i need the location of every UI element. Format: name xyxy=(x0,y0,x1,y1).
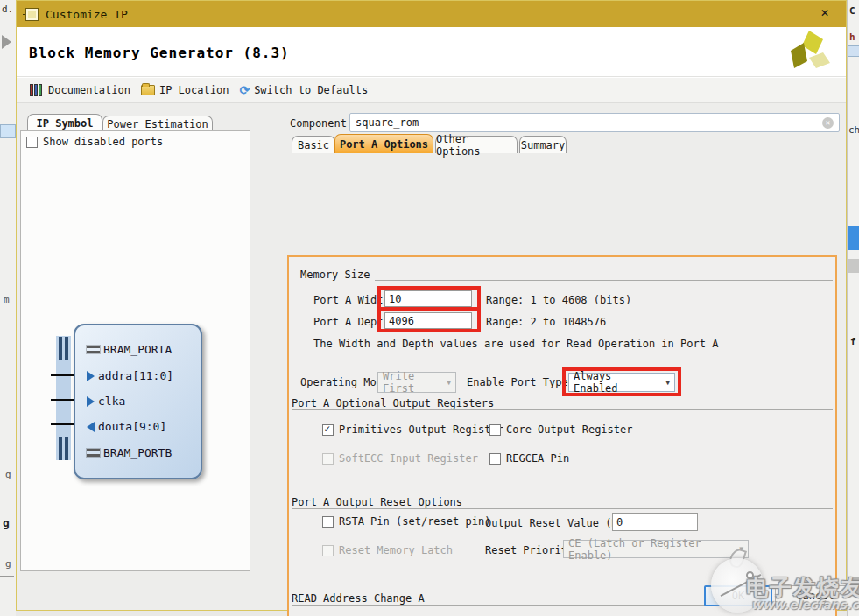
background-left-sliver: d. m g g g xyxy=(0,0,16,616)
section-rule xyxy=(292,410,833,410)
port-a-width-range: Range: 1 to 4608 (bits) xyxy=(486,294,631,306)
chevron-down-icon: ▼ xyxy=(734,545,743,553)
rsta-pin-checkbox[interactable]: RSTA Pin (set/reset pin) xyxy=(322,515,490,528)
ip-location-button[interactable]: IP Location xyxy=(138,82,231,98)
background-fragment xyxy=(848,259,859,273)
tab-summary-label: Summary xyxy=(521,139,566,151)
rsta-pin-label: RSTA Pin (set/reset pin) xyxy=(339,515,490,528)
page-title: Block Memory Generator (8.3) xyxy=(29,45,290,61)
documentation-button[interactable]: Documentation xyxy=(27,82,133,98)
bus-pin-icon xyxy=(59,337,62,360)
bram-portb-label: BRAM_PORTB xyxy=(103,446,172,459)
bus-pin-icon xyxy=(65,337,68,360)
tab-summary[interactable]: Summary xyxy=(519,136,567,153)
tab-other-options[interactable]: Other Options xyxy=(435,136,518,153)
reset-priority-label: Reset Priority xyxy=(485,544,574,556)
close-icon[interactable]: ✕ xyxy=(816,4,834,20)
section-reset-options: Port A Output Reset Options xyxy=(292,496,468,508)
tab-other-options-label: Other Options xyxy=(436,133,517,158)
checkbox-disabled-icon xyxy=(322,545,334,556)
port-row-douta: douta[9:0] xyxy=(87,420,166,433)
cancel-button[interactable]: Cancel xyxy=(775,585,855,606)
show-disabled-ports-checkbox[interactable]: Show disabled ports xyxy=(26,136,163,148)
regcea-pin-checkbox[interactable]: REGCEA Pin xyxy=(489,452,569,465)
component-name-input[interactable]: square_rom ✕ xyxy=(349,113,840,132)
softecc-input-register-label: SoftECC Input Register xyxy=(339,452,478,465)
ok-button-label: OK xyxy=(732,590,744,602)
clear-icon[interactable]: ✕ xyxy=(822,117,834,129)
section-rule xyxy=(300,280,833,281)
folder-icon xyxy=(141,85,155,95)
background-fragment xyxy=(848,46,859,57)
reset-memory-latch-checkbox: Reset Memory Latch xyxy=(322,544,453,556)
tab-ip-symbol[interactable]: IP Symbol xyxy=(27,114,102,131)
port-row-clka: clka xyxy=(87,395,125,408)
background-fragment xyxy=(2,35,11,49)
refresh-icon: ⟳ xyxy=(239,83,250,97)
regcea-pin-label: REGCEA Pin xyxy=(506,452,569,465)
bram-block[interactable]: BRAM_PORTA addra[11:0] clka douta[9:0] xyxy=(74,324,202,480)
port-addra-label: addra[11:0] xyxy=(98,369,173,382)
port-a-width-label: Port A Width xyxy=(313,294,390,306)
port-a-width-input[interactable]: 10 xyxy=(384,290,472,307)
bram-porta-row: BRAM_PORTA xyxy=(87,343,172,356)
dialog-title: Customize IP xyxy=(46,8,128,21)
customize-ip-dialog: Customize IP ✕ Block Memory Generator (8… xyxy=(16,0,847,611)
input-port-icon xyxy=(87,396,95,407)
ip-location-label: IP Location xyxy=(159,84,229,96)
dialog-titlebar[interactable]: Customize IP ✕ xyxy=(17,1,846,27)
component-name-value: square_rom xyxy=(356,116,419,129)
background-fragment xyxy=(0,124,16,138)
chevron-down-icon: ▼ xyxy=(441,379,451,387)
primitives-output-register-checkbox[interactable]: ✓ Primitives Output Register xyxy=(322,424,503,436)
switch-to-defaults-button[interactable]: ⟳ Switch to Defaults xyxy=(236,81,370,99)
checkbox-checked-icon[interactable]: ✓ xyxy=(322,424,334,436)
tab-power-estimation-label: Power Estimation xyxy=(107,118,208,130)
background-right-sliver: C h ch f xyxy=(847,0,859,616)
tab-power-estimation[interactable]: Power Estimation xyxy=(102,116,213,131)
bram-porta-label: BRAM_PORTA xyxy=(103,343,172,356)
background-fragment: d. xyxy=(2,4,13,15)
section-read-address-change: READ Address Change A xyxy=(292,592,430,605)
operating-mode-label: Operating Mode xyxy=(300,376,389,388)
primitives-output-register-label: Primitives Output Register xyxy=(339,424,503,436)
background-fragment xyxy=(0,576,14,578)
documentation-label: Documentation xyxy=(48,84,130,96)
memory-size-note: The Width and Depth values are used for … xyxy=(313,338,718,350)
checkbox-icon[interactable] xyxy=(489,424,501,436)
port-a-depth-label: Port A Depth xyxy=(313,316,390,328)
dialog-header: Block Memory Generator (8.3) xyxy=(17,27,846,77)
enable-port-type-value: Always Enabled xyxy=(574,370,660,395)
section-optional-registers: Port A Optional Output Registers xyxy=(292,397,499,410)
dialog-toolbar: Documentation IP Location ⟳ Switch to De… xyxy=(17,78,846,103)
checkbox-icon[interactable] xyxy=(489,453,501,465)
xilinx-logo-icon xyxy=(788,31,832,76)
cancel-button-label: Cancel xyxy=(796,590,834,602)
ip-symbol-panel: Show disabled ports BRAM_PORTA xyxy=(20,130,250,571)
customize-ip-icon xyxy=(25,8,39,21)
bus-pin-icon xyxy=(65,437,68,460)
checkbox-icon[interactable] xyxy=(322,516,334,528)
bram-portb-row: BRAM_PORTB xyxy=(87,446,172,459)
tab-basic-label: Basic xyxy=(298,139,329,151)
port-a-depth-input[interactable]: 4096 xyxy=(384,312,472,329)
checkbox-disabled-icon xyxy=(322,453,334,465)
reset-memory-latch-label: Reset Memory Latch xyxy=(339,544,453,556)
port-a-options-panel: Memory Size Port A Width 10 Range: 1 to … xyxy=(287,256,837,616)
tab-basic[interactable]: Basic xyxy=(292,136,335,153)
tab-ip-symbol-label: IP Symbol xyxy=(36,117,93,130)
tab-port-a-options[interactable]: Port A Options xyxy=(334,134,433,153)
output-reset-value: 0 xyxy=(616,516,623,528)
tab-port-a-options-label: Port A Options xyxy=(340,138,428,150)
output-reset-value-input[interactable]: 0 xyxy=(612,513,698,531)
section-rule xyxy=(292,508,833,509)
port-a-depth-range: Range: 2 to 1048576 xyxy=(486,316,606,328)
check-icon: ✓ xyxy=(324,423,330,435)
enable-port-type-dropdown[interactable]: Always Enabled ▼ xyxy=(568,373,675,392)
ok-button[interactable]: OK xyxy=(704,585,772,606)
input-port-icon xyxy=(87,371,95,382)
port-a-depth-value: 4096 xyxy=(389,315,414,327)
checkbox-icon[interactable] xyxy=(26,136,38,148)
reset-priority-dropdown: CE (Latch or Register Enable) ▼ xyxy=(563,540,749,558)
core-output-register-checkbox[interactable]: Core Output Register xyxy=(489,424,633,436)
